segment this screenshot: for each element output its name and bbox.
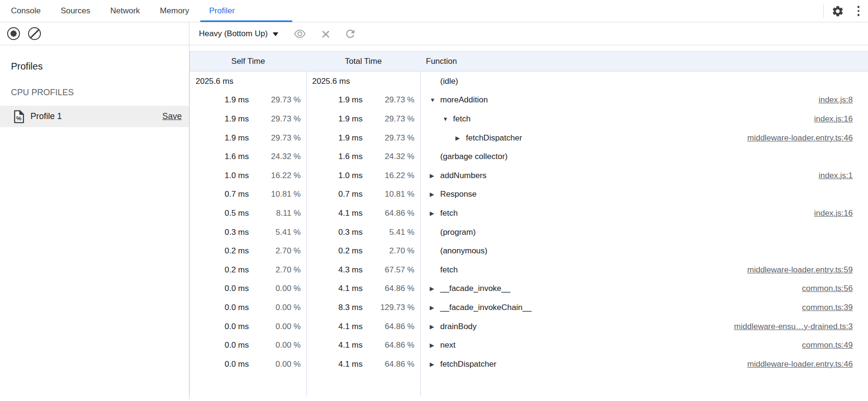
- self-time-percent: 2.70 %: [249, 265, 301, 275]
- self-time-cell: 0.0 ms0.00 %: [190, 280, 306, 299]
- expand-arrow-icon[interactable]: ▶: [430, 304, 440, 311]
- total-time-percent: 64.86 %: [363, 284, 414, 293]
- function-name: Response: [440, 190, 477, 199]
- tab-sources[interactable]: Sources: [50, 0, 100, 22]
- save-profile-link[interactable]: Save: [162, 111, 182, 121]
- profiler-content: Profiles CPU PROFILES % Profile 1 Save S…: [0, 45, 868, 401]
- function-cell: (anonymous): [420, 241, 868, 261]
- table-row[interactable]: 0.2 ms2.70 %0.2 ms2.70 %(anonymous): [190, 241, 868, 261]
- record-icon[interactable]: [7, 27, 20, 40]
- sidebar-item-profile-1[interactable]: % Profile 1 Save: [0, 106, 189, 127]
- total-time-percent: 29.73 %: [363, 114, 414, 124]
- expand-arrow-icon[interactable]: ▶: [430, 172, 440, 179]
- self-time-percent: 16.22 %: [249, 171, 301, 180]
- view-mode-dropdown[interactable]: Heavy (Bottom Up): [199, 29, 278, 39]
- column-header-total-time[interactable]: Total Time: [306, 57, 420, 66]
- table-row[interactable]: 1.9 ms29.73 %1.9 ms29.73 %▶fetchDispatch…: [190, 129, 868, 148]
- total-time-percent: 67.57 %: [363, 265, 414, 275]
- function-name: (program): [440, 228, 476, 237]
- kebab-menu-icon[interactable]: [856, 4, 862, 18]
- tab-profiler[interactable]: Profiler: [199, 0, 245, 22]
- table-row[interactable]: 0.2 ms2.70 %4.3 ms67.57 %fetchmiddleware…: [190, 261, 868, 280]
- function-cell: ▶__facade_invokeChain__common.ts:39: [420, 298, 868, 317]
- table-row[interactable]: 0.0 ms0.00 %4.1 ms64.86 %▶drainBodymiddl…: [190, 317, 868, 336]
- self-time-cell: 2025.6 ms: [190, 72, 306, 91]
- self-time-ms: 1.6 ms: [225, 152, 249, 161]
- refresh-icon[interactable]: [344, 28, 356, 40]
- function-cell: (program): [420, 223, 868, 242]
- tab-memory[interactable]: Memory: [150, 0, 199, 22]
- total-time-cell: 1.6 ms24.32 %: [306, 147, 420, 166]
- function-name: (garbage collector): [440, 152, 508, 161]
- table-row[interactable]: 0.0 ms0.00 %4.1 ms64.86 %▶nextcommon.ts:…: [190, 336, 868, 355]
- function-cell: ▶drainBodymiddleware-ensu…y-drained.ts:3: [420, 317, 868, 336]
- expand-arrow-icon[interactable]: ▶: [430, 210, 440, 217]
- gear-icon[interactable]: [831, 5, 844, 18]
- self-time-ms: 1.9 ms: [225, 114, 249, 124]
- table-row[interactable]: 0.0 ms0.00 %8.3 ms129.73 %▶__facade_invo…: [190, 298, 868, 317]
- table-row[interactable]: 0.7 ms10.81 %0.7 ms10.81 %▶Response: [190, 185, 868, 204]
- table-row[interactable]: 0.0 ms0.00 %4.1 ms64.86 %▶__facade_invok…: [190, 280, 868, 299]
- function-name: fetch: [440, 265, 458, 275]
- collapse-arrow-icon[interactable]: ▼: [430, 97, 440, 103]
- self-time-ms: 0.0 ms: [225, 322, 249, 331]
- source-link[interactable]: common.ts:49: [792, 341, 853, 350]
- total-time-ms: 4.1 ms: [338, 341, 363, 350]
- table-row[interactable]: 1.9 ms29.73 %1.9 ms29.73 %▼fetchindex.js…: [190, 110, 868, 129]
- column-header-function[interactable]: Function: [420, 57, 868, 66]
- source-link[interactable]: index.js:16: [805, 114, 853, 124]
- source-link[interactable]: common.ts:39: [792, 303, 853, 312]
- expand-arrow-icon[interactable]: ▶: [430, 342, 440, 349]
- table-row[interactable]: 0.5 ms8.11 %4.1 ms64.86 %▶fetchindex.js:…: [190, 204, 868, 223]
- self-time-ms: 0.7 ms: [225, 190, 249, 199]
- self-time-ms: 2025.6 ms: [196, 77, 233, 86]
- self-time-percent: 0.00 %: [249, 322, 301, 331]
- expand-arrow-icon[interactable]: ▶: [430, 191, 440, 198]
- total-time-ms: 8.3 ms: [338, 303, 363, 312]
- source-link[interactable]: middleware-loader.entry.ts:59: [738, 265, 853, 275]
- profiler-view-controls: Heavy (Bottom Up) ×: [189, 22, 356, 45]
- column-header-self-time[interactable]: Self Time: [190, 57, 306, 66]
- expand-arrow-icon[interactable]: ▶: [430, 361, 440, 368]
- table-row[interactable]: 2025.6 ms2025.6 ms(idle): [190, 72, 868, 91]
- total-time-percent: 29.73 %: [363, 95, 414, 105]
- source-link[interactable]: common.ts:56: [792, 284, 853, 293]
- collapse-arrow-icon[interactable]: ▼: [443, 116, 453, 122]
- table-row[interactable]: 1.9 ms29.73 %1.9 ms29.73 %▼moreAdditioni…: [190, 91, 868, 110]
- table-row[interactable]: 1.6 ms24.32 %1.6 ms24.32 %(garbage colle…: [190, 147, 868, 166]
- clear-icon[interactable]: [28, 27, 41, 40]
- table-row[interactable]: 0.3 ms5.41 %0.3 ms5.41 %(program): [190, 223, 868, 242]
- tab-network[interactable]: Network: [100, 0, 150, 22]
- devtools-window: ConsoleSourcesNetworkMemoryProfiler Heav…: [0, 0, 868, 401]
- expand-arrow-icon[interactable]: ▶: [430, 323, 440, 330]
- total-time-cell: 0.2 ms2.70 %: [306, 241, 420, 261]
- expand-arrow-icon[interactable]: ▶: [455, 135, 466, 141]
- function-cell: ▶fetchDispatchermiddleware-loader.entry.…: [420, 355, 868, 374]
- self-time-percent: 8.11 %: [249, 209, 301, 218]
- total-time-percent: 64.86 %: [363, 322, 414, 331]
- total-time-ms: 4.1 ms: [338, 284, 363, 293]
- gear-icon: [831, 5, 844, 18]
- total-time-cell: 0.3 ms5.41 %: [306, 223, 420, 242]
- eye-icon[interactable]: [292, 28, 307, 40]
- total-time-cell: 4.1 ms64.86 %: [306, 317, 420, 336]
- source-link[interactable]: middleware-ensu…y-drained.ts:3: [725, 322, 853, 331]
- self-time-cell: 1.9 ms29.73 %: [190, 110, 306, 129]
- function-name: moreAddition: [440, 95, 488, 105]
- function-name: __facade_invoke__: [440, 284, 510, 293]
- source-link[interactable]: index.js:16: [805, 209, 853, 218]
- close-icon[interactable]: ×: [321, 26, 331, 42]
- table-row[interactable]: 0.0 ms0.00 %4.1 ms64.86 %▶fetchDispatche…: [190, 355, 868, 374]
- source-link[interactable]: index.js:8: [809, 95, 853, 105]
- source-link[interactable]: index.js:1: [809, 171, 853, 180]
- total-time-ms: 1.6 ms: [338, 152, 363, 161]
- tab-console[interactable]: Console: [1, 0, 50, 22]
- self-time-percent: 29.73 %: [249, 114, 301, 124]
- source-link[interactable]: middleware-loader.entry.ts:46: [738, 133, 853, 143]
- table-row[interactable]: 1.0 ms16.22 %1.0 ms16.22 %▶addNumbersind…: [190, 166, 868, 185]
- function-name: addNumbers: [440, 171, 486, 180]
- panel-tabs: ConsoleSourcesNetworkMemoryProfiler: [0, 0, 245, 22]
- function-name: (anonymous): [440, 246, 487, 256]
- source-link[interactable]: middleware-loader.entry.ts:46: [738, 360, 853, 369]
- expand-arrow-icon[interactable]: ▶: [430, 285, 440, 292]
